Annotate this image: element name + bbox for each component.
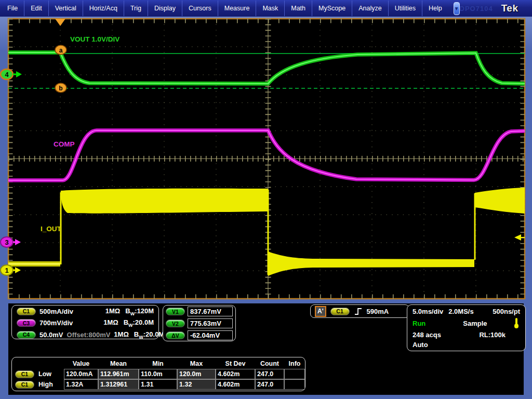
record-length: RL:100k — [479, 331, 506, 339]
cursor-readout-panel: V1 837.67mV V2 775.63mV ΔV -62.04mV — [163, 305, 236, 341]
horizontal-panel: 5.0ms/div 2.0MS/s 500ns/pt Run Sample 24… — [407, 304, 526, 351]
rising-edge-icon — [354, 307, 363, 316]
measurement-cell-stdev: 4.602m — [216, 369, 255, 379]
measurement-cell-mean: 112.961m — [98, 369, 139, 379]
menu-vertical[interactable]: Vertical — [48, 1, 83, 16]
measurement-cell-mean: 1.312961 — [98, 379, 139, 390]
channel-c4-button[interactable]: C4 — [17, 331, 36, 339]
iout-label: I_OUT — [41, 225, 62, 233]
scope-model-label: DPO7104 — [460, 5, 493, 12]
c4-impedance: 1MΩ — [114, 330, 128, 338]
measurement-source-button[interactable]: C1 — [15, 370, 34, 378]
measurement-cell-count: 247.0 — [255, 379, 284, 390]
acquisition-count: 248 acqs — [413, 331, 441, 339]
cursor-b-handle[interactable]: b — [55, 83, 66, 92]
measurement-name: Low — [38, 370, 51, 378]
measurement-cell-min: 1.31 — [139, 379, 177, 390]
horizontal-row-3: 248 acqs RL:100k — [407, 330, 525, 340]
c4-impedance-group: 1MΩ BW:20.0M — [114, 330, 164, 340]
menu-file[interactable]: File — [1, 1, 24, 16]
c3-scale[interactable]: 700mV/div — [39, 319, 87, 327]
cursor-dv-row: ΔV -62.04mV — [163, 329, 235, 341]
waveform-display: a b 4 3 1 VOUT 1.0V/DIV COMP I_OUT — [0, 17, 532, 303]
measurement-cell-min: 110.0m — [139, 369, 177, 379]
measurement-cell-value: 120.0mA — [64, 369, 98, 379]
c1-bandwidth: BW:120M — [125, 307, 154, 316]
cursor-dv-value: -62.04mV — [188, 330, 233, 340]
timebase-value: 5.0ms/div — [413, 308, 443, 315]
c1-scale[interactable]: 500mA/div — [39, 308, 87, 315]
cursor-v1-row: V1 837.67mV — [163, 305, 235, 317]
measurement-panel: Value Mean Min Max St Dev Count Info C1 … — [11, 357, 305, 391]
tek-logo: Tek — [501, 3, 518, 14]
measurement-cell-info — [284, 379, 305, 390]
cursor-v2-value: 775.63mV — [188, 318, 233, 328]
c3-impedance-group: 1MΩ BW:20.0M — [103, 318, 154, 328]
channel-row-c4: C4 50.0mV Offset:800mV 1MΩ BW:20.0M — [12, 329, 158, 341]
measurement-source-button[interactable]: C1 — [15, 381, 34, 389]
menu-cursors[interactable]: Cursors — [182, 1, 218, 16]
measurement-header-min: Min — [139, 360, 177, 369]
menu-measure[interactable]: Measure — [218, 1, 256, 16]
cursor-v1-button[interactable]: V1 — [166, 308, 185, 315]
svg-text:1: 1 — [5, 267, 8, 274]
measurement-cell-max: 120.0m — [177, 369, 216, 379]
channel-row-c3: C3 700mV/div 1MΩ BW:20.0M — [12, 317, 158, 329]
c3-bandwidth: BW:20.0M — [124, 318, 154, 328]
menu-horiz-acq[interactable]: Horiz/Acq — [83, 1, 124, 16]
cursor-v2-button[interactable]: V2 — [166, 320, 185, 327]
measurement-header-max: Max — [177, 360, 216, 369]
menu-utilities[interactable]: Utilities — [388, 1, 422, 16]
channel-c3-button[interactable]: C3 — [17, 319, 36, 327]
menu-display[interactable]: Display — [148, 1, 182, 16]
svg-text:3: 3 — [5, 238, 8, 246]
oscilloscope-screen: { "titlebar": { "menus": ["File","Edit",… — [0, 0, 532, 399]
measurement-cell-max: 1.32 — [177, 379, 216, 390]
acquisition-state: Run — [413, 320, 425, 327]
c4-bandwidth: BW:20.0M — [134, 330, 164, 340]
comp-label: COMP — [54, 140, 75, 148]
menu-help[interactable]: Help — [422, 1, 448, 16]
measurement-cell-stdev: 4.602m — [216, 379, 255, 390]
measurement-name: High — [38, 381, 53, 388]
menu-trig[interactable]: Trig — [124, 1, 148, 16]
channel-c1-button[interactable]: C1 — [17, 308, 36, 315]
horizontal-row-4: Auto — [407, 340, 525, 350]
cursor-dv-button[interactable]: ΔV — [166, 331, 185, 339]
measurement-header-mean: Mean — [98, 360, 139, 369]
trigger-mode: Auto — [413, 341, 428, 349]
acquisition-mode: Sample — [463, 320, 487, 327]
menu-analyze[interactable]: Analyze — [352, 1, 388, 16]
c4-scale[interactable]: 50.0mV — [39, 331, 63, 339]
c4-offset: Offset:800mV — [67, 331, 111, 339]
svg-text:a: a — [59, 47, 63, 54]
menu-myscope[interactable]: MyScope — [312, 1, 352, 16]
measurement-row-label: C1 Low — [15, 369, 64, 379]
menu-math[interactable]: Math — [284, 1, 312, 16]
measurement-header-spacer — [15, 360, 64, 369]
trigger-source-button[interactable]: C1 — [330, 308, 350, 315]
horizontal-row-2: Run Sample — [407, 316, 525, 330]
svg-text:4: 4 — [5, 71, 9, 78]
channel-settings-panel: C1 500mA/div 1MΩ BW:120M C3 700mV/div 1M… — [11, 305, 159, 339]
svg-text:b: b — [59, 85, 62, 92]
menu-edit[interactable]: Edit — [24, 1, 48, 16]
menu-mask[interactable]: Mask — [256, 1, 284, 16]
measurement-cell-info — [284, 369, 305, 379]
vout-label: VOUT 1.0V/DIV — [70, 35, 119, 43]
trigger-level-value: 590mA — [367, 308, 389, 315]
measurement-header-count: Count — [255, 360, 284, 369]
cursor-a-handle[interactable]: a — [55, 45, 66, 55]
measurement-row-label: C1 High — [15, 379, 64, 390]
horizontal-row-1: 5.0ms/div 2.0MS/s 500ns/pt — [407, 307, 525, 316]
resolution-value: 500ns/pt — [493, 308, 520, 315]
graticule-canvas: a b 4 3 1 VOUT 1.0V/DIV COMP I_OUT — [0, 17, 532, 303]
sample-rate-value: 2.0MS/s — [448, 308, 473, 315]
measurement-header-value: Value — [64, 360, 98, 369]
chevron-down-icon: ▼ — [454, 6, 459, 11]
measurement-header-stdev: St Dev — [216, 360, 255, 369]
trigger-panel: A' C1 590mA — [310, 304, 409, 318]
menu-overflow-button[interactable]: ▼ — [454, 2, 460, 15]
c3-impedance: 1MΩ — [103, 318, 118, 326]
trigger-a-badge[interactable]: A' — [315, 306, 326, 317]
